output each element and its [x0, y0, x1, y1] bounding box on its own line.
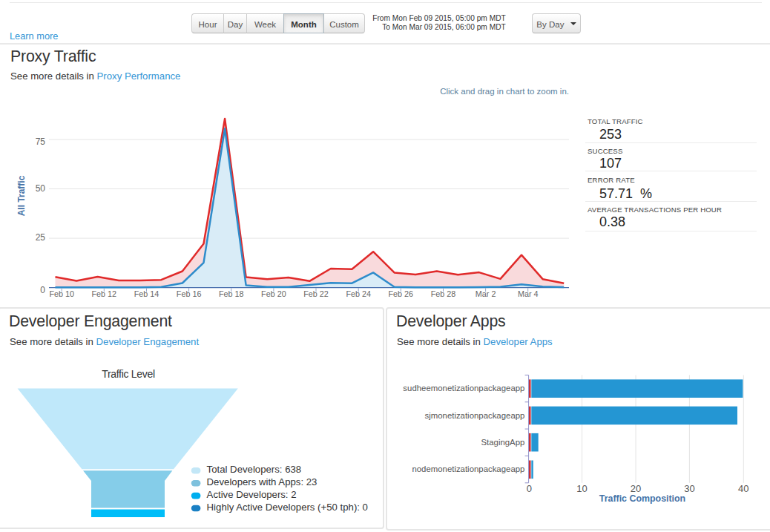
svg-text:Total Developers: 638: Total Developers: 638 [207, 464, 302, 475]
svg-text:75: 75 [36, 137, 46, 147]
svg-text:0: 0 [40, 285, 45, 295]
svg-text:30: 30 [684, 483, 694, 494]
svg-text:25: 25 [36, 232, 46, 243]
svg-text:Feb 14: Feb 14 [134, 289, 159, 298]
svg-text:10: 10 [576, 483, 587, 494]
svg-text:Feb 26: Feb 26 [388, 289, 413, 298]
svg-text:Feb 10: Feb 10 [49, 289, 74, 298]
svg-text:20: 20 [631, 483, 641, 494]
svg-text:Feb 22: Feb 22 [303, 289, 329, 298]
svg-text:All Traffic: All Traffic [16, 175, 27, 216]
svg-text:StagingApp: StagingApp [481, 438, 524, 447]
svg-text:50: 50 [36, 183, 46, 194]
svg-text:Feb 18: Feb 18 [219, 289, 244, 298]
svg-text:40: 40 [738, 483, 748, 494]
svg-text:Traffic Composition: Traffic Composition [599, 493, 685, 504]
svg-text:Feb 20: Feb 20 [261, 289, 286, 298]
svg-text:Feb 12: Feb 12 [91, 289, 116, 298]
svg-text:Feb 16: Feb 16 [177, 289, 202, 298]
svg-text:sudheemonetizationpackageapp: sudheemonetizationpackageapp [403, 384, 524, 393]
svg-text:sjmonetizationpackageapp: sjmonetizationpackageapp [425, 411, 525, 420]
svg-text:0: 0 [527, 483, 532, 494]
svg-text:Developers with Apps: 23: Developers with Apps: 23 [207, 476, 317, 487]
svg-text:Feb 28: Feb 28 [431, 289, 456, 298]
svg-text:Feb 24: Feb 24 [346, 289, 371, 298]
svg-text:Active Developers: 2: Active Developers: 2 [207, 489, 297, 500]
svg-text:nodemonetizationpackageapp: nodemonetizationpackageapp [412, 464, 524, 473]
svg-text:Mar 2: Mar 2 [476, 289, 496, 298]
svg-text:Highly Active Developers (+50: Highly Active Developers (+50 tph): 0 [207, 502, 368, 513]
svg-text:Mar 4: Mar 4 [518, 289, 539, 298]
